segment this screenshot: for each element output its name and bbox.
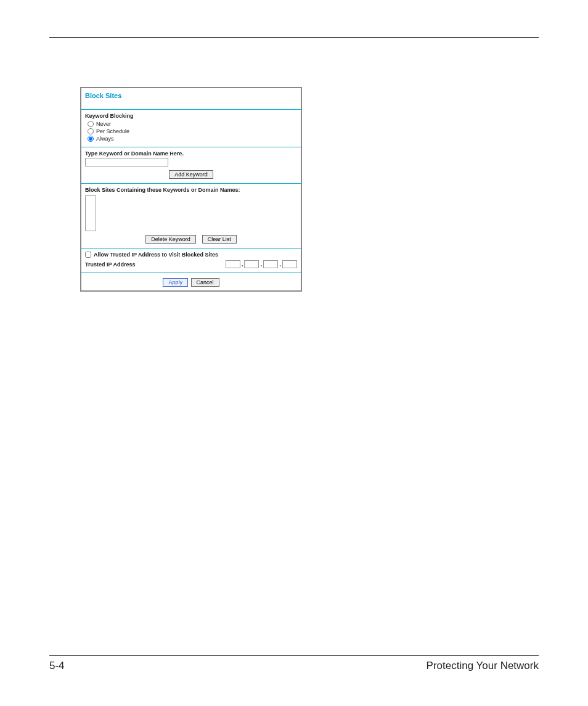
ip-dot-1: . — [242, 261, 243, 268]
type-keyword-heading: Type Keyword or Domain Name Here. — [85, 150, 297, 157]
radio-per-schedule-row[interactable]: Per Schedule — [85, 128, 297, 135]
trusted-checkbox-row[interactable]: Allow Trusted IP Address to Visit Blocke… — [85, 252, 297, 258]
page-footer: 5-4 Protecting Your Network — [49, 655, 539, 672]
bottom-rule — [49, 655, 539, 656]
radio-always-row[interactable]: Always — [85, 135, 297, 142]
panel-actions: Apply Cancel — [81, 273, 301, 290]
top-rule — [49, 37, 539, 38]
radio-per-schedule[interactable] — [88, 128, 94, 134]
ip-octet-3[interactable] — [263, 260, 278, 268]
trusted-ip-label: Trusted IP Address — [85, 261, 136, 268]
radio-never[interactable] — [88, 121, 94, 127]
radio-never-row[interactable]: Never — [85, 120, 297, 128]
trusted-ip-section: Allow Trusted IP Address to Visit Blocke… — [81, 248, 301, 273]
radio-per-schedule-label: Per Schedule — [96, 128, 129, 134]
ip-dot-3: . — [279, 261, 281, 268]
trusted-ip-group: . . . — [226, 260, 297, 268]
chapter-title: Protecting Your Network — [427, 660, 539, 672]
clear-list-button[interactable]: Clear List — [202, 235, 237, 244]
ip-octet-2[interactable] — [244, 260, 259, 268]
type-keyword-section: Type Keyword or Domain Name Here. Add Ke… — [81, 147, 301, 183]
keyword-blocking-section: Keyword Blocking Never Per Schedule Alwa… — [81, 109, 301, 147]
keyword-blocking-heading: Keyword Blocking — [85, 113, 297, 119]
page-number: 5-4 — [49, 660, 65, 672]
panel-title: Block Sites — [81, 88, 301, 101]
trusted-checkbox-label: Allow Trusted IP Address to Visit Blocke… — [94, 252, 218, 258]
add-keyword-button[interactable]: Add Keyword — [169, 170, 213, 179]
delete-keyword-button[interactable]: Delete Keyword — [145, 235, 196, 244]
radio-always[interactable] — [88, 136, 94, 142]
block-list-heading: Block Sites Containing these Keywords or… — [85, 187, 297, 193]
block-sites-panel: Block Sites Keyword Blocking Never Per S… — [80, 87, 302, 292]
apply-button[interactable]: Apply — [163, 278, 188, 287]
block-list-listbox[interactable] — [85, 195, 96, 231]
radio-always-label: Always — [96, 136, 114, 142]
keyword-input[interactable] — [85, 158, 168, 166]
ip-octet-4[interactable] — [282, 260, 297, 268]
trusted-checkbox[interactable] — [85, 252, 91, 258]
cancel-button[interactable]: Cancel — [191, 278, 219, 287]
ip-octet-1[interactable] — [226, 260, 240, 268]
block-list-section: Block Sites Containing these Keywords or… — [81, 183, 301, 248]
radio-never-label: Never — [96, 121, 111, 127]
ip-dot-2: . — [260, 261, 262, 268]
